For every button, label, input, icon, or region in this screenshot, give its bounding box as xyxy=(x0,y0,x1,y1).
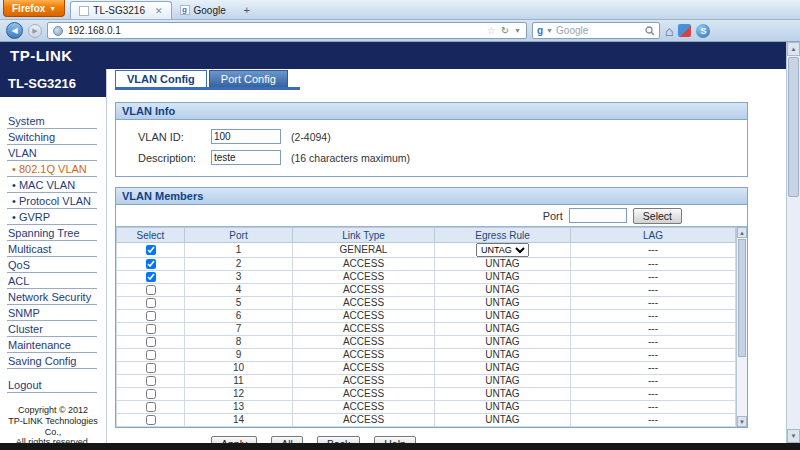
port-select-checkbox[interactable] xyxy=(146,272,156,282)
port-select-checkbox[interactable] xyxy=(146,324,156,334)
url-bar[interactable]: 192.168.0.1 ☆ ↻ ▼ xyxy=(47,22,527,39)
port-filter-input[interactable] xyxy=(569,208,627,223)
forward-button[interactable]: ▶ xyxy=(28,24,42,38)
egress-rule: UNTAG xyxy=(435,297,571,310)
port-number: 3 xyxy=(185,271,293,284)
scroll-down-icon[interactable]: ▼ xyxy=(787,429,800,443)
lag-value: --- xyxy=(571,284,736,297)
apply-button[interactable]: Apply xyxy=(211,436,257,443)
lag-value: --- xyxy=(571,349,736,362)
addon-icon[interactable] xyxy=(678,24,691,37)
url-text[interactable]: 192.168.0.1 xyxy=(68,25,482,36)
vlan-member-row: 7ACCESSUNTAG--- xyxy=(117,323,736,336)
egress-rule: UNTAG xyxy=(435,258,571,271)
port-select-checkbox[interactable] xyxy=(146,402,156,412)
browser-tab-title: Google xyxy=(194,5,226,16)
port-select-checkbox[interactable] xyxy=(146,350,156,360)
back-button[interactable]: Back xyxy=(317,436,360,443)
link-type: ACCESS xyxy=(293,284,435,297)
tab-port-config[interactable]: Port Config xyxy=(209,70,288,87)
vlan-member-row: 5ACCESSUNTAG--- xyxy=(117,297,736,310)
sidebar-item-cluster[interactable]: Cluster xyxy=(7,321,97,337)
scroll-up-icon[interactable]: ▲ xyxy=(787,42,800,56)
port-number: 6 xyxy=(185,310,293,323)
sidebar-item-vlan[interactable]: VLAN xyxy=(7,145,97,161)
port-select-checkbox[interactable] xyxy=(146,245,156,255)
app-body: TL-SG3216 SystemSwitchingVLAN• 802.1Q VL… xyxy=(0,69,786,443)
port-select-checkbox[interactable] xyxy=(146,259,156,269)
sidebar-item-snmp[interactable]: SNMP xyxy=(7,305,97,321)
reload-icon[interactable]: ↻ xyxy=(501,25,509,36)
url-dropdown-icon[interactable]: ▼ xyxy=(514,27,521,34)
vlan-id-input[interactable] xyxy=(211,129,281,144)
egress-rule: UNTAG xyxy=(435,323,571,336)
scrollbar-thumb[interactable] xyxy=(738,239,746,357)
site-identity-icon[interactable] xyxy=(53,26,63,36)
action-buttons: ApplyAllBackHelp xyxy=(211,436,786,443)
firefox-menu-button[interactable]: Firefox ▼ xyxy=(3,0,65,17)
vlan-member-row: 1GENERALUNTAG--- xyxy=(117,243,736,258)
all-button[interactable]: All xyxy=(271,436,303,443)
sidebar-item-system[interactable]: System xyxy=(7,113,97,129)
new-tab-button[interactable]: + xyxy=(238,3,256,17)
sidebar-item-acl[interactable]: ACL xyxy=(7,273,97,289)
sidebar-item-mac-vlan[interactable]: • MAC VLAN xyxy=(7,177,97,193)
port-select-checkbox[interactable] xyxy=(146,298,156,308)
browser-tab-tl-sg3216[interactable]: TL-SG3216 ✕ xyxy=(70,1,171,19)
sidebar-item-saving-config[interactable]: Saving Config xyxy=(7,353,97,369)
egress-rule-select[interactable]: UNTAG xyxy=(476,243,529,257)
port-select-checkbox[interactable] xyxy=(146,376,156,386)
port-select-checkbox[interactable] xyxy=(146,285,156,295)
lag-value: --- xyxy=(571,323,736,336)
select-button[interactable]: Select xyxy=(633,208,682,224)
table-scrollbar[interactable]: ▲ ▼ xyxy=(736,227,747,427)
port-filter-row: Port Select xyxy=(116,205,747,226)
bookmark-star-icon[interactable]: ☆ xyxy=(487,25,496,36)
tab-close-icon[interactable]: ✕ xyxy=(155,6,163,16)
sidebar-item-switching[interactable]: Switching xyxy=(7,129,97,145)
search-input[interactable]: Google xyxy=(556,25,642,36)
port-select-checkbox[interactable] xyxy=(146,311,156,321)
description-hint: (16 characters maximum) xyxy=(291,152,410,164)
sidebar-item-gvrp[interactable]: • GVRP xyxy=(7,209,97,225)
sidebar-item-802-1q-vlan[interactable]: • 802.1Q VLAN xyxy=(7,161,97,177)
scrollbar-thumb[interactable] xyxy=(788,57,799,197)
link-type: ACCESS xyxy=(293,349,435,362)
vlan-members-table-wrap: Select Port Link Type Egress Rule LAG 1G… xyxy=(116,226,747,427)
tab-vlan-config[interactable]: VLAN Config xyxy=(115,70,207,87)
firefox-menu-label: Firefox xyxy=(12,3,45,14)
vlan-members-table: Select Port Link Type Egress Rule LAG 1G… xyxy=(116,227,736,427)
port-number: 8 xyxy=(185,336,293,349)
back-button[interactable]: ◀ xyxy=(6,22,23,39)
browser-scrollbar[interactable]: ▲ ▼ xyxy=(786,42,800,443)
search-engine-dropdown-icon[interactable]: ▼ xyxy=(546,27,553,34)
vlan-id-row: VLAN ID: (2-4094) xyxy=(116,126,747,147)
port-select-checkbox[interactable] xyxy=(146,389,156,399)
sidebar-item-multicast[interactable]: Multicast xyxy=(7,241,97,257)
vlan-member-row: 14ACCESSUNTAG--- xyxy=(117,414,736,427)
link-type: ACCESS xyxy=(293,336,435,349)
home-icon[interactable]: ⌂ xyxy=(665,24,673,38)
sidebar-item-logout[interactable]: Logout xyxy=(7,377,97,393)
help-button[interactable]: Help xyxy=(374,436,416,443)
link-type: ACCESS xyxy=(293,258,435,271)
sidebar-item-maintenance[interactable]: Maintenance xyxy=(7,337,97,353)
scroll-down-icon[interactable]: ▼ xyxy=(737,416,747,427)
lag-value: --- xyxy=(571,336,736,349)
browser-tab-title: TL-SG3216 xyxy=(93,5,145,16)
addon-icon-round[interactable]: S xyxy=(696,24,710,38)
search-icon[interactable] xyxy=(645,26,655,36)
sidebar-item-protocol-vlan[interactable]: • Protocol VLAN xyxy=(7,193,97,209)
port-select-checkbox[interactable] xyxy=(146,337,156,347)
scroll-up-icon[interactable]: ▲ xyxy=(737,227,747,238)
sidebar-item-spanning-tree[interactable]: Spanning Tree xyxy=(7,225,97,241)
search-box[interactable]: g ▼ Google xyxy=(532,22,660,39)
sidebar-item-network-security[interactable]: Network Security xyxy=(7,289,97,305)
port-select-checkbox[interactable] xyxy=(146,363,156,373)
vlan-member-row: 2ACCESSUNTAG--- xyxy=(117,258,736,271)
browser-tab-google[interactable]: g Google xyxy=(172,1,234,19)
description-input[interactable] xyxy=(211,150,281,165)
port-select-checkbox[interactable] xyxy=(146,415,156,425)
sidebar-item-qos[interactable]: QoS xyxy=(7,257,97,273)
link-type: ACCESS xyxy=(293,362,435,375)
